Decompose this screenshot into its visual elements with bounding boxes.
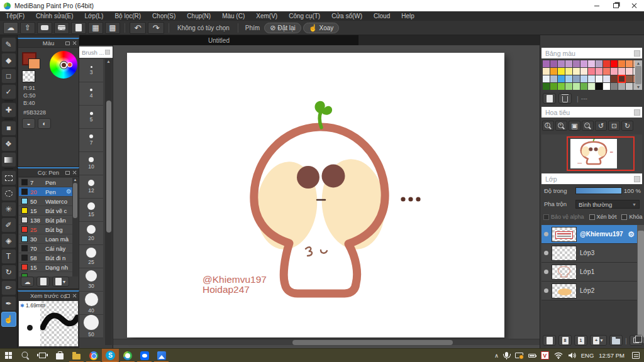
- brush-cloud-download-button[interactable]: ☁: [21, 277, 34, 287]
- wifi-icon[interactable]: [554, 352, 563, 359]
- rotate-left-button[interactable]: ↺: [595, 121, 607, 131]
- palette-color[interactable]: [550, 83, 557, 90]
- reset-button[interactable]: ⊘ Đặt lại: [264, 23, 301, 33]
- brush-size-option[interactable]: 20: [79, 222, 103, 245]
- palette-color[interactable]: [543, 60, 550, 67]
- clipping-checkbox[interactable]: Xén bớt: [589, 214, 617, 220]
- palette-color[interactable]: [558, 83, 565, 90]
- brush-size-option[interactable]: 40: [79, 292, 103, 315]
- palette-scrollbar[interactable]: ▲▼: [635, 60, 642, 90]
- rotate-button[interactable]: ☝ Xoay: [303, 23, 340, 33]
- battery-icon[interactable]: [528, 354, 536, 358]
- skype-button[interactable]: [102, 349, 119, 362]
- palette-color[interactable]: [580, 68, 587, 75]
- palette-color[interactable]: [550, 68, 557, 75]
- undo-button[interactable]: ↶: [130, 22, 146, 34]
- brush-size-option[interactable]: 50: [79, 315, 103, 338]
- palette-color[interactable]: [603, 60, 610, 67]
- store-button[interactable]: [51, 349, 68, 362]
- text-tool[interactable]: T: [1, 249, 16, 264]
- menu-item[interactable]: Xem(V): [250, 13, 283, 19]
- panel-collapse-button[interactable]: [634, 176, 640, 182]
- document-tab[interactable]: Untitled: [79, 35, 358, 45]
- palette-color[interactable]: [573, 60, 580, 67]
- palette-color[interactable]: [596, 75, 602, 82]
- canvas-viewport[interactable]: @Khiemvu197 Hoidap247: [113, 45, 540, 348]
- action-center-icon[interactable]: [632, 352, 640, 359]
- color-wheel-fg-marker[interactable]: [60, 62, 67, 69]
- tray-chevron-icon[interactable]: ∧: [494, 353, 499, 359]
- palette-color[interactable]: [588, 83, 595, 90]
- color-wheel-bg-marker[interactable]: [68, 63, 72, 67]
- fit-screen-button[interactable]: ▣: [569, 121, 580, 131]
- brush-size-option[interactable]: 12: [79, 175, 103, 199]
- popout-icon[interactable]: [65, 41, 70, 45]
- volume-icon[interactable]: [568, 352, 576, 359]
- menu-item[interactable]: Màu (C): [216, 13, 250, 19]
- brush-sett­ings-gear-icon[interactable]: ⚙: [66, 189, 72, 195]
- palette-delete-button[interactable]: [558, 93, 572, 104]
- add-brush-button[interactable]: [36, 277, 50, 287]
- palette-color[interactable]: [543, 83, 550, 90]
- palette-color[interactable]: [603, 83, 610, 90]
- palette-color[interactable]: [626, 68, 633, 75]
- palette-color[interactable]: [565, 68, 572, 75]
- brush-item[interactable]: 7 Pen: [19, 178, 78, 187]
- secondary-color-swatch[interactable]: [28, 58, 40, 69]
- minimize-button[interactable]: [587, 0, 606, 11]
- layer-visibility-dot[interactable]: [544, 232, 548, 236]
- palette-color[interactable]: [618, 75, 625, 82]
- pen-tool[interactable]: ✎: [1, 37, 16, 52]
- palette-add-button[interactable]: [543, 93, 556, 104]
- duplicate-layer-button[interactable]: [630, 335, 643, 346]
- fill-rect-tool[interactable]: ■: [1, 121, 16, 136]
- brush-item[interactable]: 58 Bút đi n: [19, 253, 78, 263]
- palette-color[interactable]: [573, 68, 580, 75]
- photos-button[interactable]: [153, 349, 170, 362]
- magic-wand-tool[interactable]: ✳: [1, 202, 16, 217]
- brush-item[interactable]: 25 Bút bg: [19, 225, 78, 234]
- close-icon[interactable]: [72, 41, 77, 45]
- palette-color[interactable]: [565, 83, 572, 90]
- brush-item[interactable]: 20 Pen ⚙: [19, 187, 78, 197]
- palette-color[interactable]: [588, 60, 595, 67]
- cloud-button[interactable]: ☁: [3, 22, 18, 34]
- palette-color[interactable]: [611, 75, 618, 82]
- restore-button[interactable]: [606, 0, 625, 11]
- palette-color[interactable]: [588, 75, 595, 82]
- brush-item[interactable]: 138 Bút pân: [19, 216, 78, 225]
- brush-item[interactable]: 15 Dạng nh: [19, 263, 78, 272]
- brush-size-option[interactable]: 4: [79, 82, 103, 106]
- material-panel-button[interactable]: ▦: [88, 22, 103, 34]
- add-layer-button[interactable]: [543, 335, 556, 346]
- medibang-button[interactable]: [119, 349, 136, 362]
- redo-button[interactable]: ↷: [148, 22, 164, 34]
- brush-item[interactable]: 50 Waterco: [19, 197, 78, 206]
- menu-item[interactable]: Chỉnh sửa(E): [30, 13, 79, 19]
- comment-button[interactable]: [37, 22, 52, 34]
- chrome-button[interactable]: [85, 349, 102, 362]
- panel-collapse-button[interactable]: [634, 109, 640, 116]
- rotate-right-button[interactable]: ↻: [621, 121, 633, 131]
- microphone-icon[interactable]: [505, 352, 508, 357]
- add-8bit-layer-button[interactable]: 8: [558, 335, 572, 346]
- palette-color[interactable]: [543, 75, 550, 82]
- palette-color[interactable]: [543, 68, 550, 75]
- palette-color[interactable]: [611, 68, 618, 75]
- palette-color[interactable]: [626, 75, 633, 82]
- menu-item[interactable]: Cloud: [368, 13, 396, 19]
- layers-scrollbar[interactable]: ▲▼: [637, 225, 644, 343]
- select-eraser-tool[interactable]: ◈: [1, 233, 16, 248]
- move-tool[interactable]: ✚: [1, 102, 16, 118]
- close-icon[interactable]: [72, 293, 77, 298]
- grid-settings-button[interactable]: ▩: [105, 22, 120, 34]
- palette-color[interactable]: [603, 68, 610, 75]
- transparent-color-swatch[interactable]: [22, 70, 35, 82]
- brush-size-option[interactable]: 10: [79, 152, 103, 175]
- palette-color[interactable]: [596, 83, 602, 90]
- palette-color[interactable]: [611, 83, 618, 90]
- brush-size-option[interactable]: 3: [79, 59, 103, 82]
- select-pen-tool[interactable]: ✐: [1, 217, 16, 233]
- layer-visibility-dot[interactable]: [544, 288, 548, 293]
- brush-item[interactable]: 30 Loan mà: [19, 234, 78, 244]
